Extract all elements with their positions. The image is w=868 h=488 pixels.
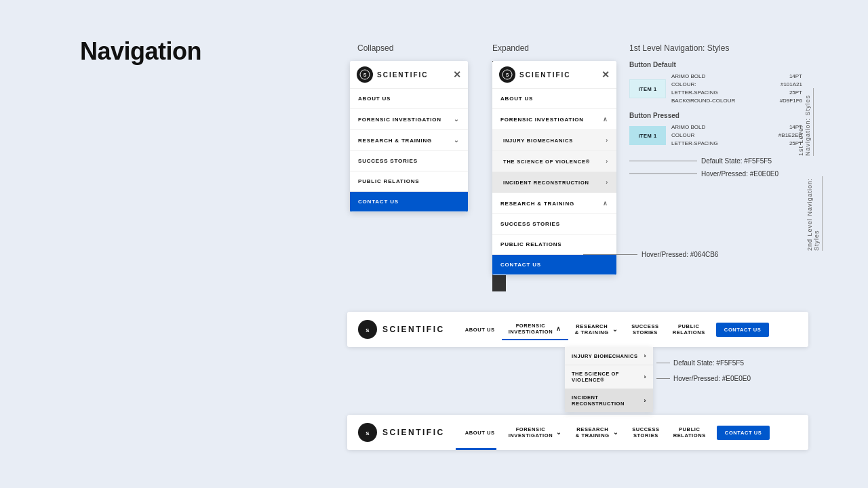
horiz-nav-success-bottom[interactable]: SUCCESSSTORIES: [625, 422, 666, 443]
vertical-label-1st: 1st Level Navigation: Styles: [797, 88, 814, 156]
chevron-icon-science-expanded: ›: [606, 158, 608, 165]
label-expanded: Expanded: [492, 43, 529, 53]
panel-header-collapsed: S SCIENTIFIC ✕: [350, 61, 468, 89]
horiz-nav-bottom: S SCIENTIFIC ABOUT US FORENSICINVESTIGAT…: [347, 415, 808, 450]
label-1st-nav: 1st Level Navigation: Styles: [629, 43, 729, 53]
label-collapsed: Collapsed: [357, 43, 393, 53]
active-tab-indicator: [456, 448, 496, 450]
nav-item-research-expanded[interactable]: RESEARCH & TRAINING ∧: [492, 193, 616, 214]
vertical-label-2nd: 2nd Level Navigation: Styles: [806, 176, 823, 251]
chevron-injury-drop: ›: [644, 352, 647, 359]
state-annotations: Default State: #F5F5F5 Hover/Pressed: #E…: [629, 157, 802, 178]
svg-text:S: S: [506, 73, 509, 77]
chevron-science-drop: ›: [644, 373, 647, 380]
style-desc-default: ARIMO BOLD COLOUR: LETTER-SPACING BACKGR…: [671, 73, 735, 105]
horiz-nav-items-top: ABOUT US FORENSICINVESTIGATION ∧ RESEARC…: [458, 319, 797, 340]
state-line-default: [629, 161, 697, 161]
chevron-icon-forensic-collapsed: ⌄: [454, 116, 460, 123]
horiz-logo-text-top: SCIENTIFIC: [382, 325, 445, 334]
nav-item-contact-collapsed[interactable]: CONTACT US: [350, 192, 468, 212]
style-item-pressed: ITEM 1: [629, 126, 666, 145]
horiz-logo-icon-bottom: S: [358, 423, 377, 442]
nav-item-success-collapsed[interactable]: SUCCESS STORIES: [350, 151, 468, 171]
nav-item-about-us-expanded[interactable]: ABOUT US: [492, 89, 616, 109]
panel-header-expanded: S SCIENTIFIC ✕: [492, 61, 616, 89]
collapsed-nav-panel: S SCIENTIFIC ✕ ABOUT US FORENSIC INVESTI…: [350, 61, 468, 212]
horiz-nav-about-bottom[interactable]: ABOUT US: [458, 426, 502, 440]
horiz-nav-inner-top: S SCIENTIFIC ABOUT US FORENSICINVESTIGAT…: [347, 312, 808, 347]
nav-item-science-expanded[interactable]: THE SCIENCE OF VIOLENCE® ›: [492, 151, 616, 172]
chevron-icon-research-expanded: ∧: [603, 200, 608, 207]
button-pressed-heading: Button Pressed: [629, 112, 802, 119]
logo-area-expanded: S SCIENTIFIC: [499, 66, 571, 83]
chevron-icon-incident-expanded: ›: [606, 179, 608, 186]
chevron-icon-research-collapsed: ⌄: [454, 137, 460, 144]
nav-item-forensic-collapsed[interactable]: FORENSIC INVESTIGATION ⌄: [350, 109, 468, 130]
chevron-icon-forensic-expanded: ∧: [603, 116, 608, 123]
drop-item-injury[interactable]: INJURY BIOMECHANICS ›: [565, 347, 653, 365]
horiz-contact-btn-bottom[interactable]: CONTACT US: [717, 426, 770, 440]
drop-item-science[interactable]: THE SCIENCE OF VIOLENCE® ›: [565, 365, 653, 389]
expanded-nav-panel: S SCIENTIFIC ✕ ABOUT US FORENSIC INVESTI…: [492, 61, 616, 275]
logo-text-expanded: SCIENTIFIC: [519, 71, 571, 79]
chevron-forensic-top: ∧: [556, 325, 561, 332]
logo-text-collapsed: SCIENTIFIC: [377, 71, 429, 79]
horiz-logo-bottom: S SCIENTIFIC: [358, 423, 445, 442]
button-default-heading: Button Default: [629, 61, 802, 68]
nav-item-about-us-collapsed[interactable]: ABOUT US: [350, 89, 468, 109]
state-line-hover: [629, 174, 697, 174]
close-button-collapsed[interactable]: ✕: [453, 69, 461, 80]
horiz-nav-top: S SCIENTIFIC ABOUT US FORENSICINVESTIGAT…: [347, 312, 808, 347]
page-title: Navigation: [80, 37, 201, 66]
logo-icon-expanded: S: [499, 66, 515, 83]
nav-item-success-expanded[interactable]: SUCCESS STORIES: [492, 214, 616, 235]
horiz-contact-btn-top[interactable]: CONTACT US: [716, 323, 770, 337]
svg-text:S: S: [366, 327, 370, 333]
horiz-nav-inner-bottom: S SCIENTIFIC ABOUT US FORENSICINVESTIGAT…: [347, 415, 808, 450]
nav-item-research-collapsed[interactable]: RESEARCH & TRAINING ⌄: [350, 130, 468, 151]
chevron-incident-drop: ›: [644, 397, 647, 404]
horiz-dropdown: INJURY BIOMECHANICS › THE SCIENCE OF VIO…: [565, 347, 653, 412]
horiz-logo-icon-top: S: [358, 320, 377, 339]
horiz-nav-forensic-bottom[interactable]: FORENSICINVESTIGATION ⌄: [502, 422, 569, 443]
nav-item-injury-expanded[interactable]: INJURY BIOMECHANICS ›: [492, 130, 616, 151]
horiz-nav-items-bottom: ABOUT US FORENSICINVESTIGATION ⌄ RESEARC…: [458, 422, 797, 443]
state-hover-annotation: Hover/Pressed: #E0E0E0: [629, 170, 802, 178]
svg-text:S: S: [366, 430, 370, 436]
horiz-nav-about-top[interactable]: ABOUT US: [458, 323, 502, 337]
horiz-nav-success-top[interactable]: SUCCESSSTORIES: [625, 319, 665, 340]
drop-item-incident[interactable]: INCIDENT RECONSTRUCTION ›: [565, 389, 653, 412]
horiz-nav-forensic-top[interactable]: FORENSICINVESTIGATION ∧: [502, 319, 568, 340]
horiz-nav-public-top[interactable]: PUBLICRELATIONS: [666, 319, 712, 340]
nav-item-public-collapsed[interactable]: PUBLIC RELATIONS: [350, 171, 468, 192]
nav-item-incident-expanded[interactable]: INCIDENT RECONSTRUCTION ›: [492, 172, 616, 193]
chevron-forensic-bottom: ⌄: [556, 429, 562, 436]
nav-item-forensic-expanded[interactable]: FORENSIC INVESTIGATION ∧: [492, 109, 616, 130]
horiz-logo-top: S SCIENTIFIC: [358, 320, 445, 339]
horiz-nav-research-top[interactable]: RESEARCH& TRAINING ⌄: [568, 319, 625, 340]
horiz-nav-public-bottom[interactable]: PUBLICRELATIONS: [667, 422, 713, 443]
svg-text:S: S: [363, 73, 367, 77]
logo-area-collapsed: S SCIENTIFIC: [357, 66, 429, 83]
chevron-icon-injury-expanded: ›: [606, 137, 608, 144]
style-desc-pressed: ARIMO BOLD COLOUR LETTER-SPACING: [671, 123, 718, 148]
contact-hover-annotation: Hover/Pressed: #064CB6: [583, 251, 718, 258]
close-button-expanded[interactable]: ✕: [601, 69, 610, 80]
horiz-nav-research-bottom[interactable]: RESEARCH& TRAINING ⌄: [569, 422, 625, 443]
style-item-default: ITEM 1: [629, 79, 666, 98]
style-row-pressed: ITEM 1 ARIMO BOLD COLOUR LETTER-SPACING …: [629, 123, 802, 148]
contact-hover-line: [583, 254, 637, 255]
style-row-default: ITEM 1 ARIMO BOLD COLOUR: LETTER-SPACING…: [629, 73, 802, 105]
chevron-research-top: ⌄: [612, 326, 618, 333]
styles-panel: Button Default ITEM 1 ARIMO BOLD COLOUR:…: [629, 61, 802, 178]
drop-state-default: Default State: #F5F5F5: [656, 359, 744, 367]
logo-icon-collapsed: S: [357, 66, 373, 83]
chevron-research-bottom: ⌄: [613, 429, 619, 436]
horiz-logo-text-bottom: SCIENTIFIC: [382, 428, 445, 437]
drop-state-hover: Hover/Pressed: #E0E0E0: [656, 375, 751, 382]
state-default-annotation: Default State: #F5F5F5: [629, 157, 802, 165]
